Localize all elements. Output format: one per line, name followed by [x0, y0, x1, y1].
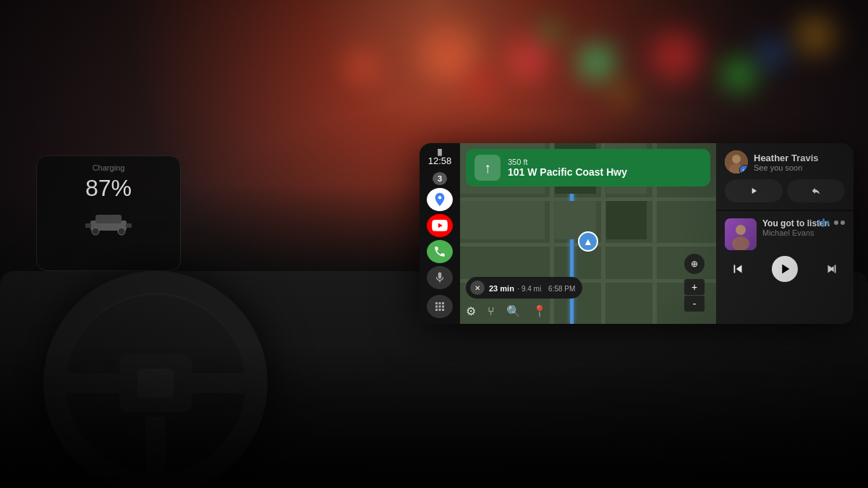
android-auto-display: ▐▌ 12:58 3 [420, 143, 854, 324]
eta-duration: 23 min [489, 284, 514, 293]
navigation-banner: ↑ 350 ft 101 W Pacific Coast Hwy [466, 149, 710, 187]
message-actions [725, 179, 845, 202]
bokeh-light [579, 43, 615, 80]
bokeh-light [420, 22, 477, 80]
eta-distance: 9.4 mi [522, 285, 541, 293]
eta-arrival-time: 6:58 PM [548, 285, 575, 293]
close-eta-button[interactable]: ✕ [470, 281, 485, 295]
eta-info: 23 min · 9.4 mi [489, 281, 541, 294]
charging-status: Charging [44, 163, 173, 172]
svg-text:g: g [743, 168, 745, 172]
notification-count[interactable]: 3 [433, 172, 447, 185]
map-controls: ⚙ ⑂ 🔍 📍 ⊕ + - [466, 304, 710, 318]
zoom-in-button[interactable]: + [684, 279, 705, 295]
svg-point-12 [736, 225, 746, 235]
more-options-dot[interactable] [841, 221, 845, 225]
previous-track-button[interactable] [725, 256, 751, 282]
app-sidebar: ▐▌ 12:58 3 [420, 143, 460, 324]
music-controls [725, 256, 845, 282]
steering-wheel [43, 271, 268, 488]
reply-message-button[interactable] [787, 179, 845, 202]
fork-icon[interactable]: ⑂ [488, 305, 495, 318]
phone-app-icon[interactable] [427, 240, 453, 263]
bokeh-light [470, 72, 492, 94]
nav-street: 101 W Pacific Coast Hwy [508, 166, 627, 179]
bokeh-light [615, 87, 629, 101]
album-artwork [725, 218, 757, 250]
signal-bar: ▐▌ [428, 149, 452, 155]
steering-wheel-area [43, 199, 318, 474]
youtube-app-icon[interactable] [427, 214, 453, 237]
turn-arrow: ↑ [475, 155, 501, 181]
message-info: Heather Travis See you soon [754, 153, 819, 172]
svg-point-7 [732, 155, 741, 163]
play-message-button[interactable] [725, 179, 783, 202]
map-area[interactable]: ↑ 350 ft 101 W Pacific Coast Hwy ✕ 23 mi… [460, 143, 716, 324]
artist-name: Michael Evans [762, 228, 845, 237]
zoom-controls: + - [684, 279, 705, 312]
message-card: g Heather Travis See you soon [716, 143, 854, 210]
music-card: You got to listen Michael Evans [716, 211, 854, 324]
contact-avatar: g [725, 150, 748, 174]
music-bar [818, 220, 820, 226]
play-pause-button[interactable] [772, 256, 798, 282]
bokeh-light [542, 22, 561, 40]
bokeh-light [651, 29, 702, 80]
microphone-app-icon[interactable] [427, 266, 453, 289]
music-indicator [818, 218, 845, 227]
time-text: 12:58 [428, 155, 452, 166]
search-icon[interactable]: 🔍 [506, 304, 521, 318]
maps-app-icon[interactable] [427, 188, 453, 211]
pin-icon[interactable]: 📍 [532, 304, 547, 318]
current-location-marker: ▲ [578, 231, 598, 252]
app-grid-icon[interactable] [427, 295, 453, 318]
eta-spacer: 6:58 PM [548, 281, 575, 294]
sender-name: Heather Travis [754, 153, 819, 163]
bokeh-light [760, 40, 785, 65]
music-header: You got to listen Michael Evans [725, 218, 845, 250]
right-panel: g Heather Travis See you soon [716, 143, 854, 324]
map-bottom-icons: ⚙ ⑂ 🔍 📍 [466, 304, 547, 318]
music-bar [827, 221, 829, 225]
message-preview: See you soon [754, 163, 819, 172]
battery-percent: 87% [44, 175, 173, 202]
bokeh-light [723, 58, 756, 90]
zoom-out-button[interactable]: - [684, 296, 705, 312]
eta-bar: ✕ 23 min · 9.4 mi 6:58 PM [466, 277, 582, 299]
time-display: ▐▌ 12:58 [428, 149, 452, 169]
settings-icon[interactable]: ⚙ [466, 304, 476, 318]
nav-info: 350 ft 101 W Pacific Coast Hwy [508, 158, 627, 179]
bokeh-light [506, 36, 550, 80]
bokeh-light [796, 14, 835, 54]
google-messages-badge: g [739, 165, 748, 174]
nav-distance: 350 ft [508, 158, 627, 166]
message-header: g Heather Travis See you soon [725, 150, 845, 174]
music-bar [822, 218, 825, 227]
bokeh-light [347, 51, 376, 80]
more-options-dot[interactable] [834, 221, 838, 225]
next-track-button[interactable] [819, 256, 845, 282]
compass-button[interactable]: ⊕ [684, 254, 705, 274]
